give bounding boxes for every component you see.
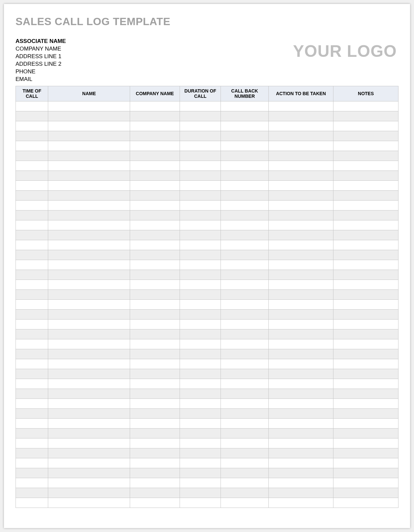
table-cell[interactable]: [48, 240, 130, 250]
table-cell[interactable]: [333, 220, 398, 230]
table-cell[interactable]: [268, 181, 333, 191]
table-cell[interactable]: [130, 379, 180, 389]
table-cell[interactable]: [180, 438, 221, 448]
table-cell[interactable]: [130, 458, 180, 468]
table-cell[interactable]: [221, 349, 268, 359]
table-cell[interactable]: [130, 369, 180, 379]
table-cell[interactable]: [268, 300, 333, 310]
table-cell[interactable]: [221, 230, 268, 240]
table-cell[interactable]: [130, 151, 180, 161]
table-cell[interactable]: [221, 250, 268, 260]
table-cell[interactable]: [268, 210, 333, 220]
table-cell[interactable]: [48, 191, 130, 201]
table-cell[interactable]: [130, 478, 180, 488]
table-cell[interactable]: [333, 230, 398, 240]
table-cell[interactable]: [48, 201, 130, 210]
table-cell[interactable]: [130, 399, 180, 409]
table-cell[interactable]: [333, 300, 398, 310]
table-cell[interactable]: [333, 438, 398, 448]
table-cell[interactable]: [180, 131, 221, 141]
table-cell[interactable]: [333, 468, 398, 478]
table-cell[interactable]: [16, 359, 48, 369]
table-cell[interactable]: [130, 310, 180, 320]
table-cell[interactable]: [180, 191, 221, 201]
table-cell[interactable]: [333, 101, 398, 111]
table-cell[interactable]: [180, 260, 221, 270]
table-cell[interactable]: [130, 448, 180, 458]
table-cell[interactable]: [130, 131, 180, 141]
table-cell[interactable]: [180, 468, 221, 478]
table-cell[interactable]: [333, 458, 398, 468]
table-cell[interactable]: [180, 329, 221, 339]
table-cell[interactable]: [221, 478, 268, 488]
table-cell[interactable]: [16, 369, 48, 379]
table-cell[interactable]: [48, 280, 130, 290]
table-cell[interactable]: [16, 111, 48, 121]
table-cell[interactable]: [48, 389, 130, 399]
table-cell[interactable]: [48, 369, 130, 379]
table-cell[interactable]: [180, 121, 221, 131]
table-cell[interactable]: [16, 151, 48, 161]
table-cell[interactable]: [221, 121, 268, 131]
table-cell[interactable]: [16, 280, 48, 290]
table-cell[interactable]: [268, 171, 333, 181]
table-cell[interactable]: [180, 409, 221, 419]
table-cell[interactable]: [221, 369, 268, 379]
table-cell[interactable]: [180, 280, 221, 290]
table-cell[interactable]: [333, 151, 398, 161]
table-cell[interactable]: [221, 181, 268, 191]
table-cell[interactable]: [48, 250, 130, 260]
table-cell[interactable]: [130, 468, 180, 478]
table-cell[interactable]: [48, 310, 130, 320]
table-cell[interactable]: [268, 349, 333, 359]
table-cell[interactable]: [268, 488, 333, 498]
table-cell[interactable]: [180, 171, 221, 181]
table-cell[interactable]: [268, 240, 333, 250]
table-cell[interactable]: [48, 399, 130, 409]
table-cell[interactable]: [221, 339, 268, 349]
table-cell[interactable]: [221, 270, 268, 280]
table-cell[interactable]: [16, 389, 48, 399]
table-cell[interactable]: [180, 429, 221, 438]
table-cell[interactable]: [180, 349, 221, 359]
table-cell[interactable]: [48, 320, 130, 329]
table-cell[interactable]: [333, 250, 398, 260]
table-cell[interactable]: [48, 419, 130, 429]
table-cell[interactable]: [48, 141, 130, 151]
table-cell[interactable]: [16, 379, 48, 389]
table-cell[interactable]: [48, 161, 130, 171]
table-cell[interactable]: [221, 389, 268, 399]
table-cell[interactable]: [221, 498, 268, 508]
table-cell[interactable]: [130, 260, 180, 270]
table-cell[interactable]: [221, 329, 268, 339]
table-cell[interactable]: [130, 240, 180, 250]
table-cell[interactable]: [333, 260, 398, 270]
table-cell[interactable]: [180, 111, 221, 121]
table-cell[interactable]: [16, 300, 48, 310]
table-cell[interactable]: [221, 220, 268, 230]
table-cell[interactable]: [16, 141, 48, 151]
table-cell[interactable]: [180, 458, 221, 468]
table-cell[interactable]: [268, 280, 333, 290]
table-cell[interactable]: [333, 379, 398, 389]
table-cell[interactable]: [268, 191, 333, 201]
table-cell[interactable]: [180, 379, 221, 389]
table-cell[interactable]: [333, 181, 398, 191]
table-cell[interactable]: [221, 419, 268, 429]
table-cell[interactable]: [221, 151, 268, 161]
table-cell[interactable]: [268, 151, 333, 161]
table-cell[interactable]: [16, 270, 48, 280]
table-cell[interactable]: [130, 329, 180, 339]
table-cell[interactable]: [221, 280, 268, 290]
table-cell[interactable]: [268, 290, 333, 300]
table-cell[interactable]: [16, 260, 48, 270]
table-cell[interactable]: [221, 131, 268, 141]
table-cell[interactable]: [268, 270, 333, 280]
table-cell[interactable]: [268, 498, 333, 508]
table-cell[interactable]: [130, 320, 180, 329]
table-cell[interactable]: [333, 369, 398, 379]
table-cell[interactable]: [48, 131, 130, 141]
table-cell[interactable]: [333, 488, 398, 498]
table-cell[interactable]: [180, 101, 221, 111]
table-cell[interactable]: [180, 201, 221, 210]
